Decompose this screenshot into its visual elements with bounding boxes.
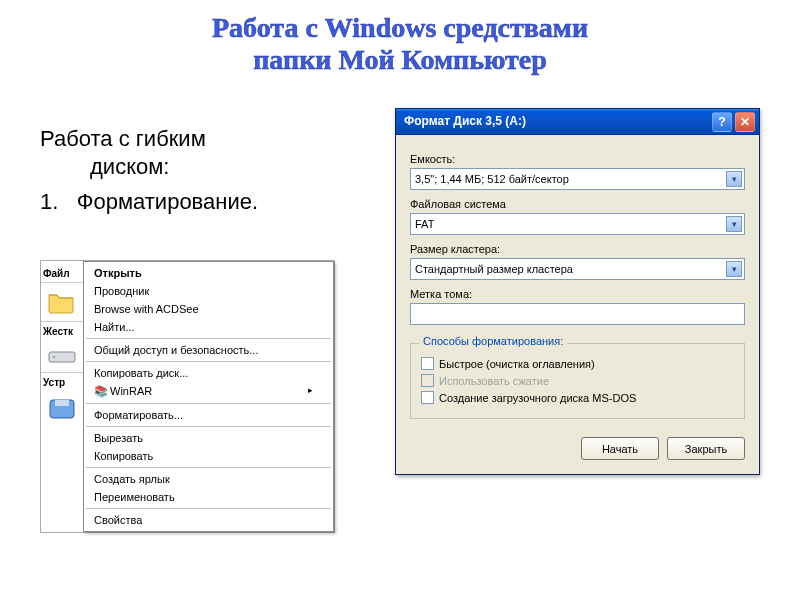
format-options-group: Способы форматирования: Быстрое (очистка… — [410, 343, 745, 419]
capacity-value: 3,5"; 1,44 МБ; 512 байт/сектор — [415, 173, 569, 185]
list-text: Форматирование. — [77, 189, 258, 214]
menu-share[interactable]: Общий доступ и безопасность... — [86, 341, 331, 359]
format-dialog: Формат Диск 3,5 (A:) ? ✕ Емкость: 3,5"; … — [395, 108, 760, 475]
bootdisk-checkbox[interactable] — [421, 391, 434, 404]
menu-rename[interactable]: Переименовать — [86, 488, 331, 506]
body-heading-2: диском: — [40, 153, 370, 181]
menu-acdsee[interactable]: Browse with ACDSee — [86, 300, 331, 318]
chevron-down-icon: ▾ — [726, 261, 742, 277]
explorer-files-label: Файл — [41, 265, 83, 283]
folder-icon — [47, 289, 77, 315]
title-line-2: папки Мой Компьютер — [0, 44, 800, 76]
cluster-label: Размер кластера: — [410, 243, 745, 255]
menu-copy-disk[interactable]: Копировать диск... — [86, 364, 331, 382]
menu-separator — [86, 361, 331, 362]
compress-checkbox — [421, 374, 434, 387]
floppy-drive-icon — [47, 397, 77, 421]
explorer-dev-label: Устр — [41, 374, 83, 391]
menu-winrar[interactable]: 📚WinRAR — [86, 382, 331, 401]
slide-title: Работа с Windows средствами папки Мой Ко… — [0, 12, 800, 76]
capacity-label: Емкость: — [410, 153, 745, 165]
cluster-combo[interactable]: Стандартный размер кластера ▾ — [410, 258, 745, 280]
title-line-1: Работа с Windows средствами — [0, 12, 800, 44]
explorer-hdd-label: Жестк — [41, 323, 83, 340]
filesystem-label: Файловая система — [410, 198, 745, 210]
menu-separator — [86, 467, 331, 468]
menu-copy[interactable]: Копировать — [86, 447, 331, 465]
chevron-down-icon: ▾ — [726, 171, 742, 187]
hard-drive-icon — [47, 346, 77, 366]
quick-format-label: Быстрое (очистка оглавления) — [439, 358, 595, 370]
cluster-value: Стандартный размер кластера — [415, 263, 573, 275]
close-button[interactable]: ✕ — [735, 112, 755, 132]
dialog-title-text: Формат Диск 3,5 (A:) — [404, 114, 526, 128]
menu-open[interactable]: Открыть — [86, 264, 331, 282]
winrar-icon: 📚 — [94, 385, 108, 398]
menu-format[interactable]: Форматировать... — [86, 406, 331, 424]
svg-point-1 — [53, 356, 55, 358]
volume-input[interactable] — [410, 303, 745, 325]
dialog-titlebar[interactable]: Формат Диск 3,5 (A:) ? ✕ — [396, 109, 759, 135]
body-heading-1: Работа с гибким — [40, 126, 206, 151]
compress-label: Использовать сжатие — [439, 375, 549, 387]
filesystem-combo[interactable]: FAT ▾ — [410, 213, 745, 235]
svg-rect-3 — [55, 400, 69, 406]
volume-label: Метка тома: — [410, 288, 745, 300]
explorer-screenshot: Файл Жестк Устр Открыть Проводник Browse… — [40, 260, 335, 533]
bootdisk-label: Создание загрузочного диска MS-DOS — [439, 392, 636, 404]
help-button[interactable]: ? — [712, 112, 732, 132]
group-title: Способы форматирования: — [419, 335, 567, 347]
menu-separator — [86, 403, 331, 404]
left-text-block: Работа с гибким диском: 1. Форматировани… — [40, 125, 370, 216]
context-menu: Открыть Проводник Browse with ACDSee Най… — [83, 261, 334, 532]
menu-explorer[interactable]: Проводник — [86, 282, 331, 300]
menu-cut[interactable]: Вырезать — [86, 429, 331, 447]
menu-separator — [86, 508, 331, 509]
close-dialog-button[interactable]: Закрыть — [667, 437, 745, 460]
start-button[interactable]: Начать — [581, 437, 659, 460]
menu-separator — [86, 338, 331, 339]
list-number: 1. — [40, 189, 58, 214]
menu-properties[interactable]: Свойства — [86, 511, 331, 529]
filesystem-value: FAT — [415, 218, 434, 230]
quick-format-checkbox[interactable] — [421, 357, 434, 370]
menu-separator — [86, 426, 331, 427]
chevron-down-icon: ▾ — [726, 216, 742, 232]
menu-find[interactable]: Найти... — [86, 318, 331, 336]
capacity-combo[interactable]: 3,5"; 1,44 МБ; 512 байт/сектор ▾ — [410, 168, 745, 190]
menu-shortcut[interactable]: Создать ярлык — [86, 470, 331, 488]
